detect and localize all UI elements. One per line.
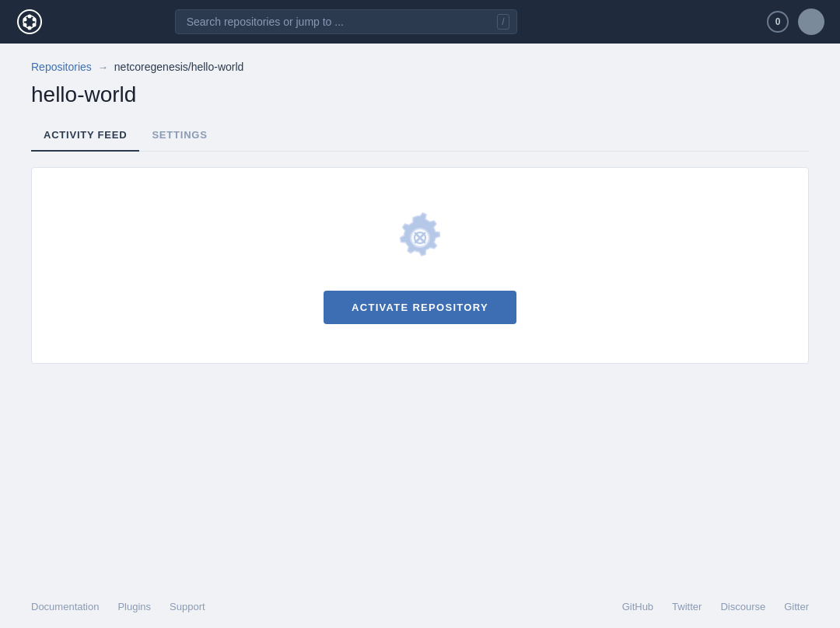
footer-left-links: Documentation Plugins Support bbox=[31, 601, 205, 612]
footer-link-plugins[interactable]: Plugins bbox=[117, 601, 151, 612]
tab-activity-feed[interactable]: ACTIVITY FEED bbox=[31, 121, 139, 152]
svg-point-4 bbox=[33, 23, 37, 27]
logo[interactable] bbox=[16, 8, 44, 36]
header-right: 0 bbox=[767, 9, 824, 35]
notifications-badge[interactable]: 0 bbox=[767, 11, 789, 33]
svg-point-7 bbox=[23, 18, 27, 22]
breadcrumb: Repositories → netcoregenesis/hello-worl… bbox=[31, 44, 809, 82]
activate-repository-button[interactable]: ACTIVATE REPOSITORY bbox=[324, 291, 516, 324]
breadcrumb-current: netcoregenesis/hello-world bbox=[114, 61, 244, 73]
svg-point-2 bbox=[28, 15, 32, 19]
content-card: ACTIVATE REPOSITORY bbox=[31, 167, 809, 364]
footer-link-discourse[interactable]: Discourse bbox=[720, 601, 765, 612]
search-shortcut-icon: / bbox=[497, 14, 509, 30]
footer-right-links: GitHub Twitter Discourse Gitter bbox=[622, 601, 809, 612]
search-input[interactable] bbox=[175, 9, 517, 34]
svg-point-3 bbox=[33, 18, 37, 22]
tab-settings[interactable]: SETTINGS bbox=[139, 121, 219, 152]
breadcrumb-arrow: → bbox=[98, 61, 108, 73]
svg-point-6 bbox=[23, 23, 27, 27]
footer-link-twitter[interactable]: Twitter bbox=[672, 601, 702, 612]
main-header: / 0 bbox=[0, 0, 840, 44]
search-bar: / bbox=[175, 9, 517, 34]
main-content: Repositories → netcoregenesis/hello-worl… bbox=[0, 44, 840, 585]
footer-link-support[interactable]: Support bbox=[170, 601, 205, 612]
page-title: hello-world bbox=[31, 82, 809, 107]
footer-link-gitter[interactable]: Gitter bbox=[784, 601, 809, 612]
footer-link-github[interactable]: GitHub bbox=[622, 601, 653, 612]
gear-icon bbox=[389, 207, 451, 269]
breadcrumb-repositories-link[interactable]: Repositories bbox=[31, 61, 92, 73]
tabs: ACTIVITY FEED SETTINGS bbox=[31, 121, 809, 152]
footer: Documentation Plugins Support GitHub Twi… bbox=[0, 585, 840, 628]
avatar[interactable] bbox=[798, 9, 824, 35]
svg-point-5 bbox=[28, 26, 32, 30]
footer-link-documentation[interactable]: Documentation bbox=[31, 601, 99, 612]
